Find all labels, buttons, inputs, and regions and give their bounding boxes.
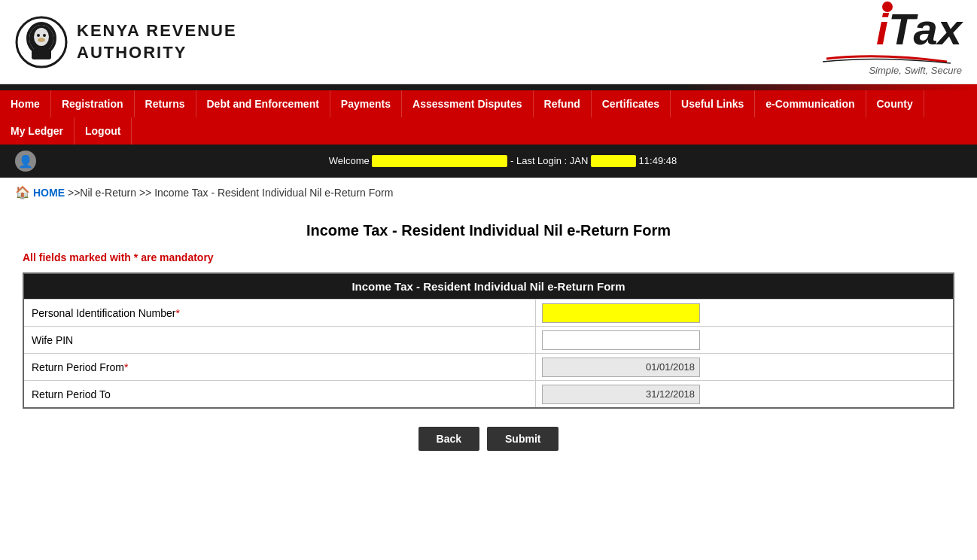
mandatory-note: All fields marked with * are mandatory	[23, 251, 954, 263]
period-to-value-cell	[536, 381, 953, 407]
nav-my-ledger[interactable]: My Ledger	[0, 117, 75, 145]
svg-rect-7	[32, 49, 51, 59]
main-nav: Home Registration Returns Debt and Enfor…	[0, 90, 977, 145]
period-to-input[interactable]	[542, 385, 700, 404]
nav-certificates[interactable]: Certificates	[592, 90, 671, 117]
svg-point-5	[38, 38, 45, 42]
wife-pin-label: Wife PIN	[24, 327, 536, 353]
nav-refund[interactable]: Refund	[534, 90, 592, 117]
period-from-required-star: *	[124, 361, 128, 373]
back-button[interactable]: Back	[418, 427, 479, 451]
breadcrumb: 🏠 HOME >>Nil e-Return >> Income Tax - Re…	[0, 178, 977, 207]
nav-returns[interactable]: Returns	[135, 90, 196, 117]
nav-ecommunication[interactable]: e-Communication	[755, 90, 866, 117]
pin-required-star: *	[175, 307, 179, 319]
kra-logo-section: Kenya Revenue Authority	[15, 16, 237, 68]
nav-payments[interactable]: Payments	[330, 90, 402, 117]
itax-tax-text: Tax	[888, 5, 962, 53]
page-header: Kenya Revenue Authority iTax Simple, Swi…	[0, 0, 977, 84]
user-name-redacted	[372, 155, 507, 167]
nav-debt-enforcement[interactable]: Debt and Enforcement	[196, 90, 330, 117]
itax-tagline: Simple, Swift, Secure	[869, 65, 962, 76]
user-avatar-icon: 👤	[15, 151, 36, 172]
wife-pin-value-cell	[536, 327, 953, 353]
period-from-value-cell	[536, 354, 953, 380]
kra-name-line1: Kenya Revenue	[77, 21, 237, 40]
form-row-wife-pin: Wife PIN	[24, 326, 953, 353]
breadcrumb-home-link[interactable]: HOME	[33, 187, 65, 199]
submit-button[interactable]: Submit	[487, 427, 559, 451]
pin-value-cell	[536, 300, 953, 326]
form-row-period-to: Return Period To	[24, 380, 953, 407]
form-container: Income Tax - Resident Individual Nil e-R…	[23, 272, 954, 409]
welcome-bar: 👤 Welcome - Last Login : JAN 11:49:48	[0, 145, 977, 178]
form-row-period-from: Return Period From*	[24, 353, 953, 380]
kra-name-line2: Authority	[77, 43, 187, 62]
last-login-text: - Last Login : JAN	[510, 155, 591, 166]
breadcrumb-path: >>Nil e-Return >> Income Tax - Resident …	[68, 187, 393, 199]
pin-input[interactable]	[542, 303, 700, 323]
svg-point-4	[43, 34, 46, 37]
wife-pin-input[interactable]	[542, 330, 700, 350]
login-date-redacted	[591, 155, 636, 167]
nav-registration[interactable]: Registration	[51, 90, 135, 117]
pin-label: Personal Identification Number*	[24, 300, 536, 326]
nav-home[interactable]: Home	[0, 90, 51, 117]
form-row-pin: Personal Identification Number*	[24, 299, 953, 326]
button-row: Back Submit	[23, 427, 954, 451]
period-from-label: Return Period From*	[24, 354, 536, 380]
nav-useful-links[interactable]: Useful Links	[671, 90, 755, 117]
header-decorative-bar	[0, 84, 977, 90]
svg-point-3	[37, 34, 40, 37]
welcome-text: Welcome - Last Login : JAN 11:49:48	[44, 155, 962, 168]
kra-name: Kenya Revenue Authority	[77, 20, 237, 63]
itax-logo-section: iTax Simple, Swift, Secure	[819, 8, 962, 76]
page-title: Income Tax - Resident Individual Nil e-R…	[23, 222, 954, 239]
svg-point-2	[34, 28, 49, 46]
login-time: 11:49:48	[639, 155, 677, 166]
nav-county[interactable]: County	[866, 90, 924, 117]
period-from-input[interactable]	[542, 358, 700, 377]
nav-assessment-disputes[interactable]: Assessment Disputes	[402, 90, 534, 117]
nav-logout[interactable]: Logout	[75, 117, 132, 145]
period-to-label: Return Period To	[24, 381, 536, 407]
home-icon: 🏠	[15, 185, 30, 199]
kra-logo-icon	[15, 16, 68, 68]
welcome-prefix: Welcome	[329, 155, 373, 166]
page-content: Income Tax - Resident Individual Nil e-R…	[0, 207, 977, 473]
form-table-header: Income Tax - Resident Individual Nil e-R…	[24, 274, 953, 299]
